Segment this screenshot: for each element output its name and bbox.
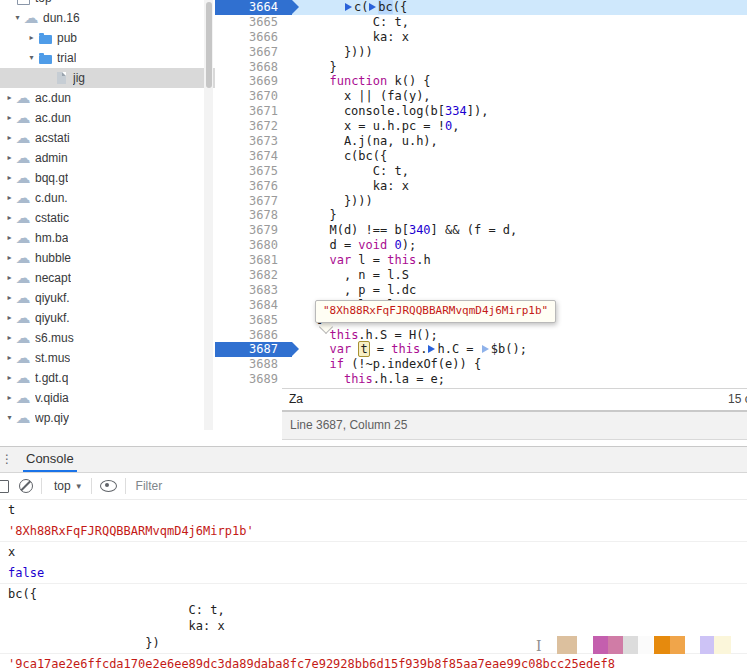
expander-arrow-icon[interactable]: ▸ [4,268,15,288]
code-text[interactable]: if (!~p.indexOf(e)) { [292,357,747,372]
tree-item-qiyukf-[interactable]: ▸☁qiyukf. [0,288,208,308]
line-number[interactable]: 3674 [215,149,292,164]
code-text[interactable]: C: t, [292,15,747,30]
line-number[interactable]: 3684 [215,298,292,313]
search-input[interactable]: Za [289,392,303,406]
line-number[interactable]: 3666 [215,30,292,45]
console-sidebar-icon[interactable] [0,480,9,493]
code-text[interactable]: , p = l.dc [292,283,747,298]
code-text[interactable]: var l = this.h [292,253,747,268]
code-text[interactable]: this.h.S = H(); [292,328,747,343]
line-number[interactable]: 3681 [215,253,292,268]
tree-item-pub[interactable]: ▸pub [0,28,215,48]
tree-item-cstatic[interactable]: ▸☁cstatic [0,208,208,228]
expander-arrow-icon[interactable]: ▸ [4,308,15,328]
code-text[interactable]: c(bc({ [292,0,747,15]
line-number[interactable]: 3675 [215,164,292,179]
line-number[interactable]: 3672 [215,119,292,134]
line-number[interactable]: 3677 [215,194,292,209]
tree-item-t-gdt-q[interactable]: ▸☁t.gdt.q [0,368,208,388]
code-text[interactable]: M(d) !== b[340] && (f = d, [292,223,747,238]
tree-item-c-dun-[interactable]: ▸☁c.dun. [0,188,208,208]
expander-arrow-icon[interactable]: ▾ [4,408,15,428]
tree-item-necapt[interactable]: ▸☁necapt [0,268,208,288]
filter-input[interactable]: Filter [136,479,163,493]
line-number[interactable]: 3665 [215,15,292,30]
code-text[interactable]: }))) [292,45,747,60]
line-number[interactable]: 3685 [215,313,292,328]
tree-item-acstati[interactable]: ▸☁acstati [0,128,208,148]
code-text[interactable]: function k() { [292,74,747,89]
tree-item-qiyukf-[interactable]: ▸☁qiyukf. [0,308,208,328]
tab-console[interactable]: Console [23,447,77,472]
code-text[interactable]: ka: x [292,30,747,45]
code-text[interactable]: d = void 0); [292,238,747,253]
code-text[interactable]: ka: x [292,179,747,194]
expander-arrow-icon[interactable]: ▸ [4,148,15,168]
expander-arrow-icon[interactable]: ▾ [4,0,15,8]
line-number[interactable]: 3673 [215,134,292,149]
line-number[interactable]: 3680 [215,238,292,253]
tree-item-wp-qiy[interactable]: ▾☁wp.qiy [0,408,208,428]
tree-item-hm-ba[interactable]: ▸☁hm.ba [0,228,208,248]
expander-arrow-icon[interactable]: ▸ [4,348,15,368]
execution-line-number[interactable]: 3687 [215,342,292,357]
line-number[interactable]: 3671 [215,104,292,119]
line-number[interactable]: 3667 [215,45,292,60]
tree-item-jig[interactable]: jig [0,68,215,88]
line-number[interactable]: 3690 [215,387,292,389]
code-text[interactable]: A.j(na, u.h), [292,134,747,149]
tree-item-trial[interactable]: ▾trial [0,48,215,68]
tree-item-top[interactable]: ▾top [0,0,208,8]
line-number[interactable]: 3683 [215,283,292,298]
code-text[interactable]: } [292,60,747,75]
live-expression-eye-icon[interactable] [100,480,117,492]
expander-arrow-icon[interactable]: ▸ [4,248,15,268]
step-marker-icon[interactable] [428,345,435,353]
editor-search-bar[interactable]: Za 15 o [282,388,747,411]
tree-item-dun-16[interactable]: ▾☁dun.16 [0,8,215,28]
code-text[interactable]: }))) [292,194,747,209]
expander-arrow-icon[interactable]: ▸ [4,328,15,348]
line-number[interactable]: 3689 [215,372,292,387]
expander-arrow-icon[interactable]: ▾ [26,48,37,68]
expander-arrow-icon[interactable]: ▸ [26,28,37,48]
tree-item-admin[interactable]: ▸☁admin [0,148,208,168]
step-marker-icon[interactable] [345,3,352,11]
sidebar-scrollbar-thumb[interactable] [206,2,212,88]
sidebar-scrollbar[interactable] [204,0,213,430]
code-editor[interactable]: 3664 c(bc({3665 C: t,3666 ka: x3667 })))… [215,0,747,389]
tree-item-st-mus[interactable]: ▸☁st.mus [0,348,208,368]
step-marker-icon[interactable] [369,3,376,11]
code-text[interactable]: c(bc({ [292,149,747,164]
tree-item-v-qidia[interactable]: ▸☁v.qidia [0,388,208,408]
line-number[interactable]: 3676 [215,179,292,194]
kebab-menu-icon[interactable]: ⋮ [0,447,17,472]
line-number[interactable]: 3688 [215,357,292,372]
step-marker-outline-icon[interactable] [482,345,489,353]
line-number[interactable]: 3670 [215,89,292,104]
code-text[interactable]: x = u.h.pc = !0, [292,119,747,134]
code-text[interactable]: var t = this.h.C = $b(); [292,342,747,357]
code-text[interactable]: this.h.la = e; [292,372,747,387]
expander-arrow-icon[interactable]: ▸ [4,368,15,388]
line-number[interactable]: 3668 [215,60,292,75]
code-text[interactable]: x || (fa(y), [292,89,747,104]
line-number[interactable]: 3686 [215,328,292,343]
line-number[interactable]: 3678 [215,208,292,223]
expander-arrow-icon[interactable]: ▸ [4,108,15,128]
tree-item-ac-dun[interactable]: ▸☁ac.dun [0,108,208,128]
line-number[interactable]: 3669 [215,74,292,89]
expander-arrow-icon[interactable]: ▸ [4,288,15,308]
tree-item-s6-mus[interactable]: ▸☁s6.mus [0,328,208,348]
line-number[interactable]: 3682 [215,268,292,283]
code-text[interactable]: } [292,208,747,223]
expander-arrow-icon[interactable]: ▾ [12,8,23,28]
clear-console-icon[interactable] [19,479,33,493]
tree-item-ac-dun[interactable]: ▸☁ac.dun [0,88,208,108]
expander-arrow-icon[interactable]: ▸ [4,228,15,248]
tree-item-hubble[interactable]: ▸☁hubble [0,248,208,268]
expander-arrow-icon[interactable]: ▸ [4,128,15,148]
expander-arrow-icon[interactable]: ▸ [4,188,15,208]
expander-arrow-icon[interactable]: ▸ [4,88,15,108]
